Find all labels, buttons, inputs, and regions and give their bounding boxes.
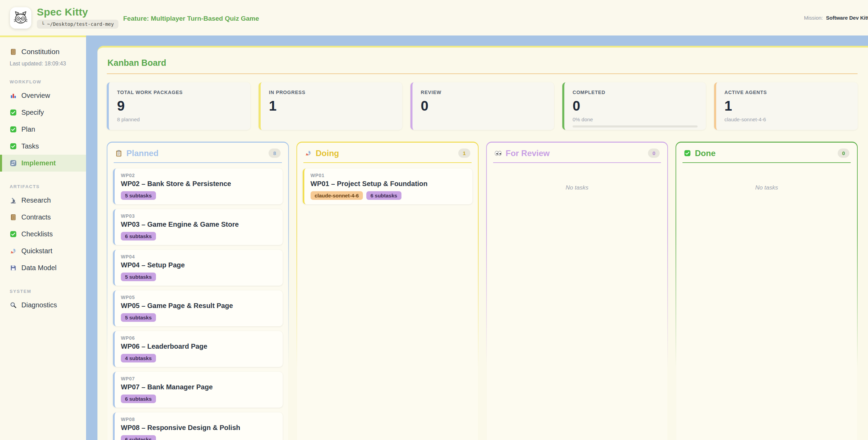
- mission-label: Mission:: [804, 15, 823, 21]
- sidebar-item-tasks[interactable]: Tasks: [0, 138, 86, 155]
- work-package-id: WP04: [121, 254, 276, 259]
- work-package-title: WP01 – Project Setup & Foundation: [311, 180, 466, 188]
- column-count-badge: 1: [458, 149, 470, 158]
- sidebar-item-checklists[interactable]: Checklists: [0, 226, 86, 243]
- stat-card-completed: COMPLETED00% done: [562, 82, 706, 130]
- feature-title: Feature: Multiplayer Turn-Based Quiz Gam…: [123, 15, 259, 22]
- kanban-column-body: Done0No tasks: [676, 143, 857, 440]
- work-package-card[interactable]: WP05WP05 – Game Page & Result Page5 subt…: [113, 290, 283, 326]
- sidebar-item-label: Implement: [21, 159, 56, 167]
- work-package-title: WP08 – Responsive Design & Polish: [121, 424, 276, 432]
- main-region: Kanban Board TOTAL WORK PACKAGES98 plann…: [86, 35, 868, 440]
- work-package-card[interactable]: WP06WP06 – Leaderboard Page4 subtasks: [113, 331, 283, 367]
- stat-label: IN PROGRESS: [269, 90, 394, 95]
- column-header: For Review0: [492, 147, 662, 162]
- agent-badge: claude-sonnet-4-6: [311, 191, 363, 200]
- stats-row: TOTAL WORK PACKAGES98 plannedIN PROGRESS…: [107, 82, 858, 130]
- sidebar-item-plan[interactable]: Plan: [0, 121, 86, 138]
- stat-label: COMPLETED: [573, 90, 698, 95]
- sidebar-item-label: Diagnostics: [21, 301, 57, 309]
- column-count-badge: 0: [838, 149, 849, 158]
- sidebar-item-label: Specify: [21, 109, 44, 116]
- sidebar-item-constitution[interactable]: Constitution: [0, 44, 86, 59]
- sidebar-item-data-model[interactable]: Data Model: [0, 259, 86, 276]
- work-package-card[interactable]: WP07WP07 – Bank Manager Page6 subtasks: [113, 372, 283, 408]
- stat-subtext: claude-sonnet-4-6: [724, 116, 849, 122]
- kanban-board: Planned8WP02WP02 – Bank Store & Persiste…: [107, 142, 858, 440]
- stat-label: TOTAL WORK PACKAGES: [117, 90, 242, 95]
- subtasks-badge: 6 subtasks: [121, 232, 156, 241]
- work-package-title: WP07 – Bank Manager Page: [121, 383, 276, 391]
- eyes-icon: [494, 150, 502, 157]
- mission-value: Software Dev Kitty: [826, 15, 868, 21]
- column-title: Done: [695, 149, 715, 157]
- empty-column-text: No tasks: [492, 184, 662, 191]
- subtasks-badge: 6 subtasks: [366, 191, 401, 200]
- badge-row: 4 subtasks: [121, 354, 276, 362]
- subtasks-badge: 5 subtasks: [121, 313, 156, 322]
- sidebar-item-label: Tasks: [21, 142, 39, 150]
- sidebar-item-quickstart[interactable]: Quickstart: [0, 243, 86, 259]
- work-package-card[interactable]: WP03WP03 – Game Engine & Game Store6 sub…: [113, 209, 283, 245]
- column-divider: [114, 162, 282, 163]
- sidebar-item-implement[interactable]: Implement: [0, 155, 86, 172]
- work-package-id: WP06: [121, 335, 276, 341]
- project-path: └ ~/Desktop/test-card-mey: [41, 21, 114, 27]
- work-package-card[interactable]: WP02WP02 – Bank Store & Persistence5 sub…: [113, 168, 283, 204]
- badge-row: 6 subtasks: [121, 435, 276, 440]
- stat-value: 1: [269, 99, 394, 113]
- sidebar-item-contracts[interactable]: Contracts: [0, 209, 86, 226]
- stat-card-review: REVIEW0: [410, 82, 554, 130]
- subtasks-badge: 6 subtasks: [121, 395, 156, 403]
- clipboard-icon: [115, 150, 123, 157]
- work-package-card[interactable]: WP08WP08 – Responsive Design & Polish6 s…: [113, 412, 283, 440]
- work-package-title: WP04 – Setup Page: [121, 261, 276, 269]
- work-package-id: WP05: [121, 295, 276, 300]
- sidebar-item-label: Plan: [21, 125, 35, 133]
- subtasks-badge: 5 subtasks: [121, 191, 156, 200]
- card-list: WP01WP01 – Project Setup & Foundationcla…: [303, 168, 472, 204]
- board-surface: Kanban Board TOTAL WORK PACKAGES98 plann…: [97, 46, 868, 440]
- rocket-icon: [10, 247, 17, 255]
- check-icon: [10, 109, 17, 116]
- check-icon: [10, 143, 17, 150]
- bar-chart-icon: [10, 92, 17, 99]
- sidebar-item-diagnostics[interactable]: Diagnostics: [0, 297, 86, 314]
- kanban-column-done: Done0No tasks: [676, 142, 858, 440]
- column-divider: [682, 162, 851, 163]
- sidebar-item-research[interactable]: Research: [0, 192, 86, 209]
- stat-value: 0: [573, 99, 698, 113]
- sidebar-item-overview[interactable]: Overview: [0, 87, 86, 104]
- stat-label: ACTIVE AGENTS: [724, 90, 849, 95]
- stat-value: 9: [117, 99, 242, 113]
- sidebar-section-title: ARTIFACTS: [0, 172, 86, 192]
- kanban-column-body: Planned8WP02WP02 – Bank Store & Persiste…: [107, 143, 288, 440]
- kanban-column-body: For Review0No tasks: [487, 143, 668, 440]
- app-logo[interactable]: [10, 7, 31, 29]
- app-title-block: Spec Kitty └ ~/Desktop/test-card-mey: [37, 7, 118, 29]
- column-count-badge: 0: [648, 149, 660, 158]
- column-title: Doing: [316, 149, 339, 157]
- sidebar-item-label: Research: [21, 196, 51, 204]
- work-package-title: WP05 – Game Page & Result Page: [121, 302, 276, 310]
- work-package-title: WP06 – Leaderboard Page: [121, 342, 276, 350]
- work-package-card[interactable]: WP04WP04 – Setup Page5 subtasks: [113, 250, 283, 286]
- column-divider: [493, 162, 661, 163]
- scroll-icon: [10, 48, 17, 55]
- column-header: Planned8: [113, 147, 283, 162]
- kanban-column-planned: Planned8WP02WP02 – Bank Store & Persiste…: [107, 142, 289, 440]
- sidebar-section-title: WORKFLOW: [0, 67, 86, 87]
- sidebar-item-label: Constitution: [21, 48, 60, 56]
- badge-row: 5 subtasks: [121, 191, 276, 200]
- kanban-column-doing: Doing1WP01WP01 – Project Setup & Foundat…: [296, 142, 479, 440]
- progress-bar: [573, 125, 698, 127]
- stat-subtext: 0% done: [573, 116, 698, 122]
- sidebar-item-label: Quickstart: [21, 247, 52, 255]
- work-package-card[interactable]: WP01WP01 – Project Setup & Foundationcla…: [303, 168, 472, 204]
- floppy-icon: [10, 264, 17, 272]
- badge-row: 6 subtasks: [121, 395, 276, 403]
- microscope-icon: [10, 197, 17, 204]
- stat-label: REVIEW: [421, 90, 546, 95]
- sidebar-item-specify[interactable]: Specify: [0, 104, 86, 121]
- badge-row: 6 subtasks: [121, 232, 276, 241]
